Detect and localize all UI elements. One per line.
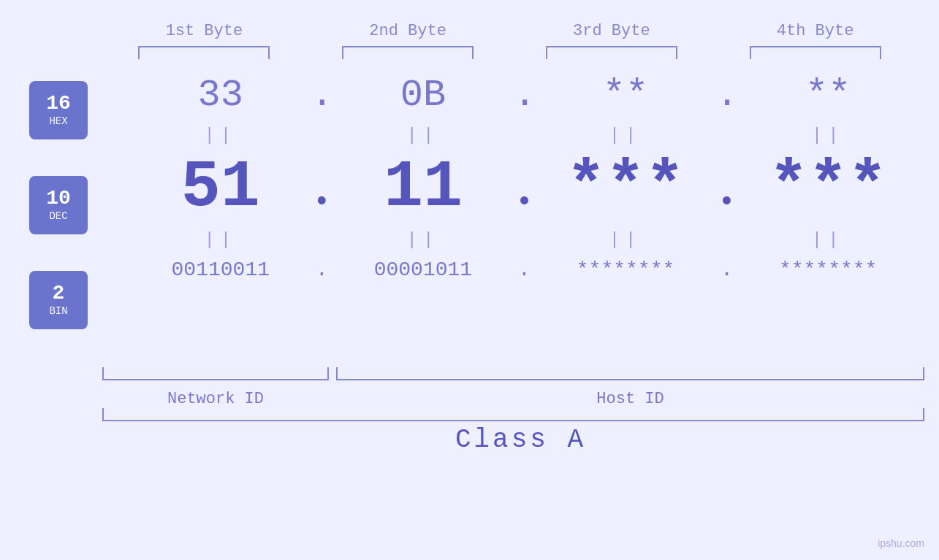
byte-label-3: 3rd Byte — [524, 22, 699, 40]
hex-label: HEX — [49, 115, 67, 127]
bin-values-row: 00110011 . 00001011 . ******** . *******… — [124, 251, 924, 288]
dec-values-row: 51 • 11 • *** • *** — [124, 147, 924, 229]
hex-val-2: 0B — [335, 66, 511, 124]
top-brackets-row — [0, 46, 939, 59]
equals-row-2: || || || || — [124, 230, 924, 250]
top-bracket-1 — [138, 46, 270, 59]
equals-7: || — [538, 230, 713, 250]
bin-label: BIN — [49, 305, 67, 317]
bin-val-4: ******** — [740, 251, 916, 288]
dec-sep-1: • — [311, 186, 332, 219]
byte-labels-row: 1st Byte 2nd Byte 3rd Byte 4th Byte — [0, 22, 939, 40]
dec-val-4: *** — [740, 147, 916, 229]
hex-val-3: ** — [538, 66, 713, 124]
byte-label-2: 2nd Byte — [320, 22, 495, 40]
hex-sep-2: . — [513, 74, 535, 117]
top-bracket-4 — [750, 46, 881, 59]
bracket-wrap-3 — [524, 46, 699, 59]
equals-row-1: || || || || — [124, 126, 924, 145]
hex-values-row: 33 . 0B . ** . ** — [124, 66, 924, 124]
equals-1: || — [133, 126, 308, 145]
bin-sep-1: . — [311, 258, 332, 281]
hex-val-1: 33 — [133, 66, 308, 124]
equals-6: || — [335, 230, 511, 250]
network-id-bracket — [102, 367, 329, 380]
main-container: 1st Byte 2nd Byte 3rd Byte 4th Byte 16 H… — [0, 0, 939, 560]
dec-badge: 10 DEC — [29, 176, 88, 234]
dec-val-3: *** — [538, 147, 713, 229]
bases-column: 16 HEX 10 DEC 2 BIN — [29, 81, 124, 366]
equals-3: || — [538, 126, 713, 145]
host-id-label: Host ID — [336, 390, 924, 408]
bracket-wrap-4 — [728, 46, 903, 59]
bin-sep-2: . — [513, 258, 535, 281]
dec-sep-3: • — [716, 186, 738, 219]
bin-badge: 2 BIN — [29, 271, 88, 329]
byte-label-4: 4th Byte — [728, 22, 903, 40]
bin-number: 2 — [53, 283, 65, 304]
hex-badge: 16 HEX — [29, 81, 88, 139]
bracket-wrap-1 — [116, 46, 292, 59]
hex-val-4: ** — [740, 66, 916, 124]
bin-val-2: 00001011 — [335, 251, 511, 288]
watermark: ipshu.com — [878, 537, 924, 549]
class-label: Class A — [455, 425, 586, 455]
equals-4: || — [740, 126, 916, 145]
hex-sep-3: . — [716, 74, 738, 117]
class-bracket — [102, 408, 924, 421]
byte-label-1: 1st Byte — [116, 22, 292, 40]
equals-8: || — [740, 230, 916, 250]
bracket-wrap-2 — [320, 46, 495, 59]
values-grid: 33 . 0B . ** . ** || || || || 51 — [124, 66, 924, 288]
dec-val-2: 11 — [335, 147, 511, 229]
top-bracket-3 — [546, 46, 677, 59]
equals-2: || — [335, 126, 511, 145]
content-area: 16 HEX 10 DEC 2 BIN 33 . 0B . ** . ** — [0, 66, 939, 366]
dec-label: DEC — [49, 210, 67, 222]
bin-sep-3: . — [716, 258, 738, 281]
class-bracket-row — [0, 408, 939, 421]
hex-sep-1: . — [311, 74, 332, 117]
host-id-bracket — [336, 367, 924, 380]
equals-5: || — [133, 230, 308, 250]
dec-val-1: 51 — [133, 147, 308, 229]
bottom-brackets-container — [0, 367, 939, 380]
bin-val-1: 00110011 — [133, 251, 308, 288]
class-label-row: Class A — [353, 425, 586, 455]
bin-val-3: ******** — [538, 251, 713, 288]
hex-number: 16 — [46, 93, 71, 114]
network-id-label: Network ID — [102, 390, 329, 408]
dec-number: 10 — [46, 188, 71, 209]
top-bracket-2 — [342, 46, 474, 59]
id-labels-row: Network ID Host ID — [0, 384, 939, 408]
dec-sep-2: • — [513, 186, 535, 219]
